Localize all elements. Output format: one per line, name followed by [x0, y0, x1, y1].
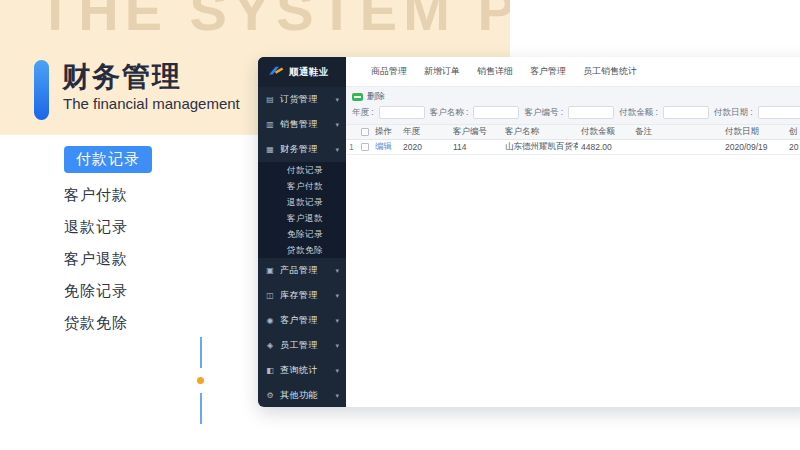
topnav-item-new-order[interactable]: 新增订单 [424, 65, 460, 78]
chevron-down-icon: ▾ [335, 342, 339, 350]
sidebar-item-sales-management[interactable]: ▥ 销售管理 ▾ [258, 112, 346, 137]
app-logo-text: 顺通鞋业 [289, 66, 329, 79]
app-topnav: 商品管理 新增订单 销售详细 客户管理 员工销售统计 [346, 57, 800, 87]
submenu-item-customer-payment[interactable]: 客户付款 [258, 178, 346, 194]
filter-label-customer-no: 客户编号 : [524, 107, 563, 119]
chevron-down-icon: ▾ [335, 96, 339, 104]
cell-payment-date: 2020/09/19 [722, 142, 786, 152]
page-subtitle: The financial management [63, 95, 240, 112]
sidebar-item-other-functions[interactable]: ⚙ 其他功能 ▾ [258, 383, 346, 407]
sidebar-item-finance-management[interactable]: ▦ 财务管理 ▾ [258, 137, 346, 162]
sidebar-item-label: 销售管理 [280, 118, 330, 131]
gear-icon: ⚙ [265, 391, 275, 400]
sidebar-item-label: 财务管理 [280, 143, 330, 156]
filter-input-payment-amount[interactable] [663, 106, 709, 119]
filter-label-customer-name: 客户名称 : [430, 107, 469, 119]
filter-label-year: 年度 : [352, 107, 374, 119]
sidebar-item-product-management[interactable]: ▣ 产品管理 ▾ [258, 258, 346, 283]
sidebar-item-query-statistics[interactable]: ◧ 查询统计 ▾ [258, 358, 346, 383]
app-sidebar: 顺通鞋业 ▤ 订货管理 ▾ ▥ 销售管理 ▾ ▦ 财务管理 ▾ 付款记录 客户付… [258, 57, 346, 407]
sidebar-submenu-finance: 付款记录 客户付款 退款记录 客户退款 免除记录 贷款免除 [258, 162, 346, 258]
submenu-item-payment-records[interactable]: 付款记录 [258, 162, 346, 178]
sidebar-item-label: 客户管理 [280, 314, 330, 327]
header-action: 操作 [372, 126, 400, 138]
submenu-item-refund-records[interactable]: 退款记录 [258, 194, 346, 210]
sidebar-item-label: 员工管理 [280, 339, 330, 352]
decorative-dot [197, 377, 204, 384]
submenu-item-loan-exemption[interactable]: 贷款免除 [258, 242, 346, 258]
delete-button[interactable]: 删除 [352, 90, 385, 103]
toolbar: 删除 年度 : 客户名称 : 客户编号 : 付款金额 : 付款日期 : 备注 : [346, 87, 800, 125]
customer-icon: ◉ [265, 316, 275, 325]
filter-row: 年度 : 客户名称 : 客户编号 : 付款金额 : 付款日期 : 备注 : [352, 106, 800, 119]
row-index: 1 [346, 142, 358, 152]
table-header-row: 操作 年度 客户编号 客户名称 付款金额 备注 付款日期 创 [346, 125, 800, 140]
chevron-down-icon: ▾ [335, 267, 339, 275]
chevron-down-icon: ▾ [335, 146, 339, 154]
filter-label-payment-amount: 付款金额 : [619, 107, 658, 119]
cell-payment-amount: 4482.00 [578, 142, 632, 152]
decorative-line-top [200, 337, 202, 368]
decorative-line-bottom [200, 393, 202, 424]
topnav-item-customer-management[interactable]: 客户管理 [530, 65, 566, 78]
submenu-item-exemption-records[interactable]: 免除记录 [258, 226, 346, 242]
filter-label-payment-date: 付款日期 : [714, 107, 753, 119]
sidebar-item-inventory-management[interactable]: ◫ 库存管理 ▾ [258, 283, 346, 308]
document-icon: ▤ [265, 95, 275, 104]
header-clipped-column: 创 [786, 126, 800, 138]
banner-title: THE SYSTEM PAGE [38, 0, 510, 43]
sidebar-item-label: 其他功能 [280, 389, 330, 402]
cell-customer-name: 山东德州耀凯百货有限公 [502, 141, 578, 153]
intro-menu-item-customer-refund: 客户退款 [64, 250, 152, 269]
intro-menu-item-loan-exemption: 贷款免除 [64, 314, 152, 333]
intro-menu-item-customer-payment: 客户付款 [64, 186, 152, 205]
row-checkbox[interactable] [361, 143, 369, 151]
table-row: 1 编辑 2020 114 山东德州耀凯百货有限公 4482.00 2020/0… [346, 140, 800, 155]
sidebar-item-label: 产品管理 [280, 264, 330, 277]
intro-menu-item-payment-records[interactable]: 付款记录 [64, 146, 152, 173]
cell-customer-no: 114 [450, 142, 502, 152]
delete-button-label: 删除 [367, 90, 385, 103]
select-all-checkbox[interactable] [361, 128, 369, 136]
header-note: 备注 [632, 126, 722, 138]
inventory-icon: ◫ [265, 291, 275, 300]
staff-icon: ◈ [265, 341, 275, 350]
intro-menu: 付款记录 客户付款 退款记录 客户退款 免除记录 贷款免除 [64, 146, 152, 333]
sales-list-icon: ▥ [265, 120, 275, 129]
sidebar-item-staff-management[interactable]: ◈ 员工管理 ▾ [258, 333, 346, 358]
topnav-item-product-management[interactable]: 商品管理 [371, 65, 407, 78]
product-icon: ▣ [265, 266, 275, 275]
intro-menu-item-refund-records: 退款记录 [64, 218, 152, 237]
app-main: 商品管理 新增订单 销售详细 客户管理 员工销售统计 删除 年度 : 客户名称 … [346, 57, 800, 407]
chevron-down-icon: ▾ [335, 392, 339, 400]
sidebar-item-order-management[interactable]: ▤ 订货管理 ▾ [258, 87, 346, 112]
chevron-down-icon: ▾ [335, 367, 339, 375]
topnav-item-sales-detail[interactable]: 销售详细 [477, 65, 513, 78]
sidebar-item-customer-management[interactable]: ◉ 客户管理 ▾ [258, 308, 346, 333]
accent-pill [34, 60, 49, 120]
header-year: 年度 [400, 126, 450, 138]
header-customer-no: 客户编号 [450, 126, 502, 138]
submenu-item-customer-refund[interactable]: 客户退款 [258, 210, 346, 226]
filter-input-payment-date[interactable] [758, 106, 800, 119]
records-table: 操作 年度 客户编号 客户名称 付款金额 备注 付款日期 创 1 编辑 2020… [346, 125, 800, 155]
filter-input-customer-name[interactable] [473, 106, 519, 119]
delete-icon [352, 93, 363, 101]
filter-input-customer-no[interactable] [568, 106, 614, 119]
header-payment-amount: 付款金额 [578, 126, 632, 138]
cell-clipped-column: 20 [786, 142, 800, 152]
sidebar-item-label: 订货管理 [280, 93, 330, 106]
page: THE SYSTEM PAGE 财务管理 The financial manag… [0, 0, 800, 450]
header-payment-date: 付款日期 [722, 126, 786, 138]
edit-link[interactable]: 编辑 [372, 141, 400, 153]
intro-menu-item-exemption-records: 免除记录 [64, 282, 152, 301]
filter-input-year[interactable] [379, 106, 425, 119]
sidebar-item-label: 查询统计 [280, 364, 330, 377]
stats-icon: ◧ [265, 366, 275, 375]
app-logo[interactable]: 顺通鞋业 [258, 57, 346, 87]
topnav-item-staff-sales-statistics[interactable]: 员工销售统计 [583, 65, 637, 78]
logo-icon [267, 63, 284, 81]
finance-icon: ▦ [265, 145, 275, 154]
page-title: 财务管理 [62, 58, 182, 96]
cell-year: 2020 [400, 142, 450, 152]
